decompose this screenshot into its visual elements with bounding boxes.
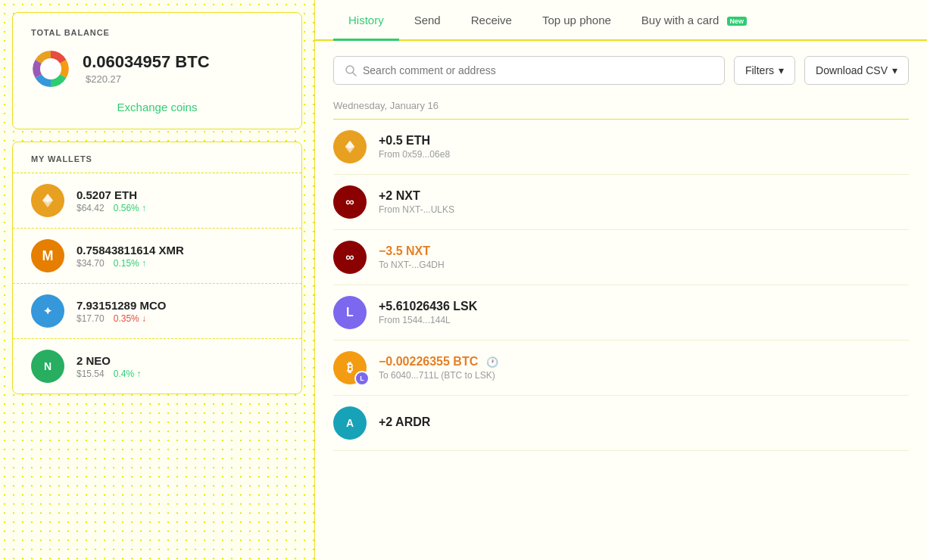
date-group-label: Wednesday, January 16 [333,100,909,111]
eth-amount: 0.5207 ETH [76,188,283,201]
wallet-item-eth[interactable]: 0.5207 ETH $64.42 0.56% ↑ [13,173,301,229]
tab-send[interactable]: Send [399,0,456,41]
balance-row: 0.06034957 BTC $220.27 [31,49,283,89]
xmr-bottom: $34.70 0.15% ↑ [76,258,283,269]
tx-item-nxt-in[interactable]: ∞ +2 NXT From NXT-...ULKS [333,175,909,230]
xmr-amount: 0.75843811614 XMR [76,244,283,257]
wallet-item-mco[interactable]: ✦ 7.93151289 MCO $17.70 0.35% ↓ [13,284,301,339]
download-csv-button[interactable]: Download CSV ▾ [804,56,909,85]
nxt-out-icon: ∞ [333,241,367,274]
xmr-usd: $34.70 [76,258,105,269]
mco-amount: 7.93151289 MCO [76,299,283,312]
wallet-item-neo[interactable]: N 2 NEO $15.54 0.4% ↑ [13,339,301,394]
neo-wallet-info: 2 NEO $15.54 0.4% ↑ [76,354,283,379]
ardr-info: +2 ARDR [379,415,909,431]
chevron-down-icon: ▾ [779,64,784,76]
svg-point-1 [40,58,61,79]
eth-bottom: $64.42 0.56% ↑ [76,203,283,213]
eth-icon [31,184,64,217]
my-wallets-header: MY WALLETS [13,142,301,173]
tab-history[interactable]: History [333,0,399,41]
tab-buy[interactable]: Buy with a card New [626,0,762,41]
xmr-icon: M [31,239,64,272]
new-badge: New [727,17,748,26]
exchange-coins-button[interactable]: Exchange coins [31,101,283,114]
nxt-in-info: +2 NXT From NXT-...ULKS [379,189,909,215]
tab-receive[interactable]: Receive [456,0,527,41]
mco-usd: $17.70 [76,313,105,324]
nxt-in-icon: ∞ [333,185,367,219]
lsk-sub: From 1544...144L [379,315,909,325]
btc-icon [31,49,70,89]
tx-item-eth[interactable]: +0.5 ETH From 0x59...06e8 [333,120,909,175]
nxt-in-sub: From NXT-...ULKS [379,204,909,215]
chevron-down-icon-csv: ▾ [892,64,897,76]
total-balance-card: TOTAL BALANCE 0.06034957 BTC $220.27 Exc… [12,12,302,129]
eth-tx-amount: +0.5 ETH [379,134,909,148]
nxt-out-sub: To NXT-...G4DH [379,260,909,270]
neo-usd: $15.54 [76,369,105,379]
tab-topup[interactable]: Top up phone [527,0,626,41]
eth-tx-icon [333,130,367,163]
lsk-icon: L [333,296,367,329]
xmr-change: 0.15% ↑ [114,258,146,269]
btc-usd: $220.27 [86,73,121,85]
xmr-wallet-info: 0.75843811614 XMR $34.70 0.15% ↑ [76,244,283,269]
nxt-out-amount: −3.5 NXT [379,244,909,258]
search-box[interactable] [333,56,725,85]
tx-item-nxt-out[interactable]: ∞ −3.5 NXT To NXT-...G4DH [333,230,909,285]
neo-amount: 2 NEO [76,354,283,367]
eth-tx-sub: From 0x59...06e8 [379,149,909,160]
btc-lsk-info: −0.00226355 BTC 🕐 To 6040...711L (BTC to… [379,355,909,381]
right-panel: History Send Receive Top up phone Buy wi… [314,0,927,560]
mco-icon: ✦ [31,294,64,328]
ardr-amount: +2 ARDR [379,415,909,429]
total-balance-label: TOTAL BALANCE [31,28,283,37]
svg-line-5 [353,73,356,76]
eth-wallet-info: 0.5207 ETH $64.42 0.56% ↑ [76,188,283,213]
btc-lsk-amount: −0.00226355 BTC 🕐 [379,355,909,369]
search-filter-row: Filters ▾ Download CSV ▾ [333,56,909,85]
lsk-amount: +5.61026436 LSK [379,300,909,313]
neo-change: 0.4% ↑ [114,369,142,379]
search-input[interactable] [363,64,713,76]
nxt-out-info: −3.5 NXT To NXT-...G4DH [379,244,909,270]
nxt-in-amount: +2 NXT [379,189,909,203]
btc-lsk-sub: To 6040...711L (BTC to LSK) [379,370,909,381]
btc-amount: 0.06034957 BTC [83,52,210,72]
filters-label: Filters [745,64,774,76]
ardr-icon: A [333,406,367,440]
clock-icon: 🕐 [486,356,498,368]
mco-change: 0.35% ↓ [114,313,146,324]
search-icon [345,64,357,76]
eth-change: 0.56% ↑ [114,203,146,213]
btc-lsk-icon: ₿ L [333,351,367,384]
mco-bottom: $17.70 0.35% ↓ [76,313,283,324]
eth-usd: $64.42 [76,203,105,213]
content-area: Filters ▾ Download CSV ▾ Wednesday, Janu… [315,41,927,560]
tx-item-btc-lsk[interactable]: ₿ L −0.00226355 BTC 🕐 To 6040...711L (BT… [333,341,909,396]
tabs-bar: History Send Receive Top up phone Buy wi… [315,0,927,41]
wallet-item-xmr[interactable]: M 0.75843811614 XMR $34.70 0.15% ↑ [13,229,301,284]
csv-label: Download CSV [816,64,888,76]
eth-tx-info: +0.5 ETH From 0x59...06e8 [379,134,909,160]
filters-button[interactable]: Filters ▾ [734,56,795,85]
neo-icon: N [31,350,64,383]
balance-text: 0.06034957 BTC $220.27 [83,52,210,86]
lsk-overlay-icon: L [354,371,370,386]
lsk-info: +5.61026436 LSK From 1544...144L [379,300,909,325]
my-wallets-card: MY WALLETS 0.5207 ETH $64.42 0.56% ↑ M [12,142,302,394]
tx-item-ardr[interactable]: A +2 ARDR [333,396,909,451]
left-panel: TOTAL BALANCE 0.06034957 BTC $220.27 Exc… [0,0,314,560]
neo-bottom: $15.54 0.4% ↑ [76,369,283,379]
mco-wallet-info: 7.93151289 MCO $17.70 0.35% ↓ [76,299,283,324]
tx-item-lsk[interactable]: L +5.61026436 LSK From 1544...144L [333,285,909,341]
